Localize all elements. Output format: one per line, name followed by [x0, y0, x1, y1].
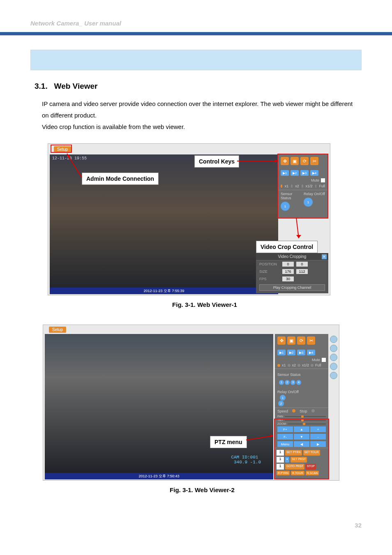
- side-icon-2[interactable]: [330, 345, 337, 352]
- running-header: Network Camera_ User manual: [30, 20, 362, 27]
- control-panel-highlight-box: [277, 154, 328, 219]
- page-number: 32: [355, 522, 362, 529]
- viewer-toolbar-2: [43, 325, 339, 334]
- scale2-half-label: x1/2: [302, 363, 309, 367]
- scale2-half-radio[interactable]: [297, 364, 300, 367]
- svg-line-4: [296, 218, 299, 238]
- scale2-full-label: Full: [315, 363, 321, 367]
- crop-fps-label: FPS: [259, 277, 280, 281]
- crop-size-h[interactable]: 112: [296, 269, 308, 274]
- figure-1-caption: Fig. 3-1. Web Viewer-1: [48, 301, 362, 308]
- chapter-banner: [30, 50, 362, 70]
- svg-marker-5: [296, 235, 301, 238]
- scale2-x2-label: x2: [292, 363, 296, 367]
- header-divider: [0, 32, 392, 35]
- scale2-x1-radio[interactable]: [277, 364, 280, 367]
- admin-mode-callout: Admin Mode Connection: [82, 173, 159, 185]
- refresh-icon-2[interactable]: ⟳: [297, 336, 305, 345]
- pan-slider[interactable]: [285, 416, 326, 417]
- sensor2-badge-4[interactable]: 4: [296, 380, 301, 385]
- scale2-full-radio[interactable]: [311, 364, 314, 367]
- crop-position-label: POSITION: [259, 262, 280, 266]
- preset2-2-button[interactable]: ▶2: [287, 350, 295, 355]
- scale2-x2-radio[interactable]: [288, 364, 291, 367]
- scale2-x1-label: x1: [282, 363, 286, 367]
- sensor2-badge-2[interactable]: 2: [285, 380, 290, 385]
- joystick-icon-2[interactable]: ✥: [277, 336, 286, 345]
- ptz-menu-callout: PTZ menu: [210, 436, 247, 448]
- stop-label: Stop: [300, 409, 307, 413]
- figure-2-caption: Fig. 3-1. Web Viewer-2: [43, 486, 362, 493]
- side-icon-3[interactable]: [330, 354, 337, 361]
- relay2-badge-2[interactable]: 2: [278, 401, 284, 406]
- paragraph-2: Video crop function is available from th…: [42, 121, 359, 133]
- section-number: 3.1.: [35, 82, 48, 90]
- side-icon-1[interactable]: [330, 336, 337, 343]
- setup-button-2[interactable]: Setup: [49, 327, 66, 333]
- preset2-3-button[interactable]: ▶3: [297, 350, 305, 355]
- sensor2-badge-1[interactable]: 1: [279, 380, 284, 385]
- section-heading: 3.1. Web Viewer: [35, 82, 362, 91]
- viewer-toolbar: [48, 144, 330, 154]
- crop-panel-title: Video Cropping ✕: [256, 253, 328, 260]
- preset2-1-button[interactable]: ▶1: [277, 350, 286, 355]
- control-keys-callout: Control Keys: [194, 155, 239, 168]
- crop-size-label: SIZE: [259, 269, 280, 274]
- mute-checkbox-2[interactable]: [322, 358, 326, 362]
- side-icon-5[interactable]: [330, 372, 337, 379]
- crop-position-x[interactable]: 0: [282, 262, 294, 267]
- osd-cam-info: CAM ID:001 340.9 -1.0: [231, 455, 261, 465]
- video-crop-callout: Video Crop Control: [256, 241, 318, 253]
- speed-label: Speed: [277, 409, 288, 413]
- side-icon-4[interactable]: [330, 363, 337, 370]
- relay2-badge-1[interactable]: 1: [280, 395, 286, 401]
- crop-icon-2[interactable]: ✂: [307, 336, 315, 345]
- camera-icon-2[interactable]: ▣: [287, 336, 295, 345]
- side-icon-column: [330, 336, 337, 379]
- stop-radio[interactable]: [311, 409, 315, 412]
- section-title-text: Web Viewer: [54, 82, 98, 90]
- sensor-status-label-2: Sensor Status: [277, 373, 301, 377]
- figure-1: Setup 12-11-23 19:55 2012-11-23 오후 7:55:…: [48, 143, 330, 295]
- mute-label-2: Mute: [312, 358, 320, 362]
- timestamp-bar-2: 2012-11-23 오후 7:50:43: [45, 473, 273, 479]
- play-cropping-button[interactable]: Play Cropping Channel: [259, 284, 325, 291]
- preset2-4-button[interactable]: ▶4: [307, 350, 315, 355]
- paragraph-1: IP camera and video server provide video…: [42, 98, 359, 121]
- sensor2-badge-3[interactable]: 3: [291, 380, 295, 385]
- relay-label-2: Relay On/Off: [277, 390, 299, 394]
- video-feed-2: CAM ID:001 340.9 -1.0 2012-11-23 오후 7:50…: [45, 334, 273, 479]
- figure-2: Setup CAM ID:001 340.9 -1.0 2012-11-23 오…: [43, 325, 339, 481]
- crop-position-y[interactable]: 0: [296, 262, 308, 267]
- osd-timestamp: 12-11-23 19:55: [52, 156, 87, 161]
- timestamp-bar: 2012-11-23 오후 7:55:39: [50, 288, 278, 294]
- pan-label: PAN: [277, 415, 283, 418]
- setup-highlight-box: [51, 145, 72, 153]
- ptz-highlight-box: [274, 419, 329, 479]
- crop-fps[interactable]: 30: [282, 276, 294, 281]
- speed-radio[interactable]: [292, 409, 295, 412]
- video-crop-panel: Video Cropping ✕ POSITION 0 0 SIZE 176 1…: [256, 253, 328, 293]
- crop-close-button[interactable]: ✕: [322, 254, 327, 259]
- crop-size-w[interactable]: 176: [282, 269, 294, 274]
